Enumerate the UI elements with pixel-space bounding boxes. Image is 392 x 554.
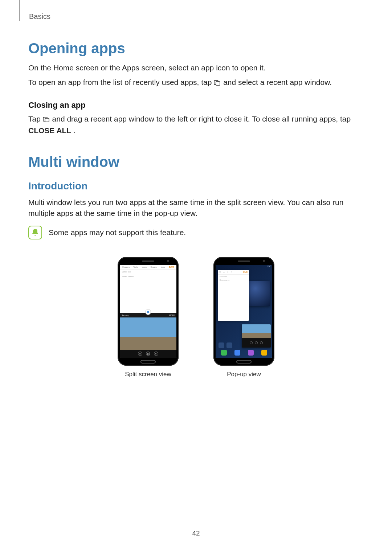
note-toolbar: Category Tasks Image Drawing Voice SAVE — [120, 265, 176, 270]
text: Tap — [28, 115, 43, 123]
note-text: Some apps may not support this feature. — [49, 228, 186, 237]
toolbar-icon: ☰ — [219, 271, 221, 273]
subhead-introduction: Introduction — [28, 180, 364, 192]
video-brand: Samsung — [122, 314, 129, 316]
video-controls — [242, 338, 271, 348]
section-title-opening-apps: Opening apps — [28, 40, 364, 57]
phone-speaker — [142, 260, 154, 262]
prev-icon: ⏮ — [138, 352, 142, 356]
note-callout: Some apps may not support this feature. — [28, 226, 364, 239]
toolbar-item: Category — [122, 266, 130, 268]
phone-mockup: Category Tasks Image Drawing Voice SAVE … — [118, 257, 179, 366]
toolbar-icon: ✎ — [227, 271, 228, 273]
next-icon: ⏭ — [154, 352, 158, 356]
phone-screen: 12:45 ☰ ▭ ✎ ⋮ SAVE Enter title — [216, 265, 272, 358]
popup-gallery-window — [249, 281, 270, 306]
status-bar: 12:45 — [216, 265, 272, 268]
section-title-multi-window: Multi window — [28, 154, 364, 170]
svg-rect-1 — [216, 82, 220, 85]
play-icon — [255, 341, 258, 344]
figure-popup: 12:45 ☰ ▭ ✎ ⋮ SAVE Enter title — [213, 257, 274, 378]
phone-screen: Category Tasks Image Drawing Voice SAVE … — [120, 265, 176, 358]
phone-camera — [167, 260, 169, 262]
split-top-app: Category Tasks Image Drawing Voice SAVE … — [120, 265, 176, 313]
phone-mockup: 12:45 ☰ ▭ ✎ ⋮ SAVE Enter title — [213, 257, 274, 366]
app-icon — [219, 342, 224, 348]
paragraph: Tap and drag a recent app window to the … — [28, 114, 364, 136]
note-bell-icon — [28, 226, 42, 239]
video-frame — [120, 317, 176, 350]
title-placeholder: Enter title — [218, 275, 249, 278]
memo-placeholder: Enter memo — [218, 278, 249, 282]
phone-speaker — [238, 260, 250, 262]
home-widget-row — [219, 342, 232, 348]
popup-video-window — [242, 324, 271, 348]
subhead-closing-an-app: Closing an app — [28, 100, 364, 110]
figure-row: Category Tasks Image Drawing Voice SAVE … — [28, 257, 364, 378]
page-number: 42 — [0, 529, 392, 537]
prev-icon — [250, 341, 253, 344]
apps-app-icon — [261, 350, 267, 356]
save-label: SAVE — [169, 266, 174, 268]
toolbar-icon: ▭ — [223, 271, 225, 273]
text: To open an app from the list of recently… — [28, 78, 214, 86]
breadcrumb: Basics — [29, 12, 364, 21]
pause-icon: ❚❚ — [146, 352, 150, 356]
popup-note-window: ☰ ▭ ✎ ⋮ SAVE Enter title Enter memo — [218, 270, 249, 321]
home-dock — [216, 349, 272, 356]
toolbar-item: Tasks — [134, 266, 138, 268]
figure-split-screen: Category Tasks Image Drawing Voice SAVE … — [118, 257, 179, 378]
toolbar-item: Drawing — [151, 266, 157, 268]
toolbar-icon: ⋮ — [230, 271, 232, 273]
toolbar-item: Voice — [161, 266, 165, 268]
recent-apps-icon — [214, 78, 221, 89]
toolbar-item: Image — [142, 266, 147, 268]
home-button-icon — [236, 360, 252, 364]
next-icon — [260, 341, 263, 344]
status-time: 12:45 — [266, 265, 271, 268]
paragraph: To open an app from the list of recently… — [28, 77, 364, 89]
recent-apps-icon — [43, 114, 50, 125]
text: and drag a recent app window to the left… — [52, 115, 351, 123]
app-icon — [226, 342, 232, 348]
video-frame — [242, 324, 271, 338]
paragraph: Multi window lets you run two apps at th… — [28, 197, 364, 219]
save-label: SAVE — [243, 271, 248, 273]
video-more: MORE — [169, 314, 175, 316]
split-handle-icon — [145, 309, 151, 315]
page-content: Basics Opening apps On the Home screen o… — [0, 0, 392, 378]
memo-placeholder: Enter memo — [120, 274, 176, 279]
split-bottom-app: Samsung MORE ⏮ ❚❚ ⏭ — [120, 313, 176, 358]
video-controls: ⏮ ❚❚ ⏭ — [120, 350, 176, 358]
text: . — [73, 126, 75, 135]
home-button-icon — [140, 360, 156, 364]
figure-caption: Pop-up view — [227, 371, 261, 378]
figure-caption: Split screen view — [125, 371, 171, 378]
title-placeholder: Enter title — [120, 270, 176, 274]
messages-app-icon — [234, 350, 240, 356]
header-rule — [19, 0, 20, 21]
close-all-label: CLOSE ALL — [28, 126, 71, 135]
text: and select a recent app window. — [223, 78, 332, 86]
phone-camera — [263, 260, 265, 262]
svg-rect-3 — [45, 118, 49, 122]
phone-app-icon — [221, 350, 227, 356]
paragraph: On the Home screen or the Apps screen, s… — [28, 62, 364, 73]
internet-app-icon — [248, 350, 254, 356]
